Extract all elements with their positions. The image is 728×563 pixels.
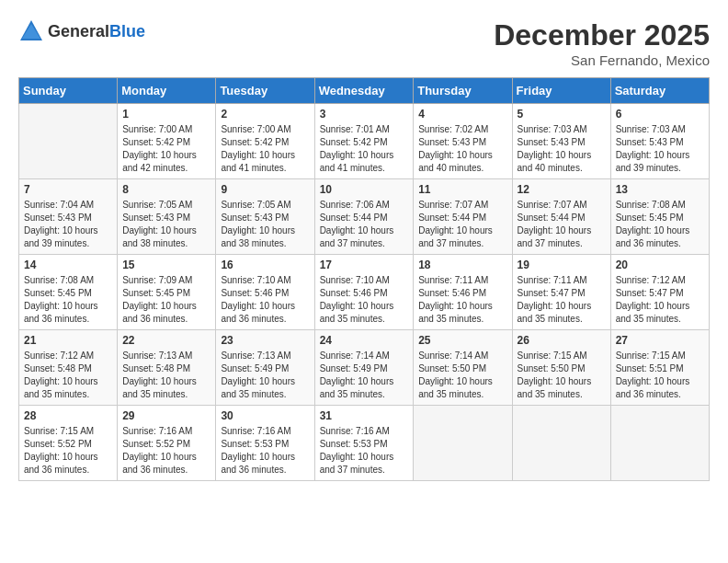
day-detail: Sunrise: 7:08 AMSunset: 5:45 PMDaylight:… — [616, 199, 704, 250]
day-detail: Sunrise: 7:04 AMSunset: 5:43 PMDaylight:… — [24, 199, 112, 250]
day-number: 1 — [122, 108, 210, 121]
calendar-cell: 22Sunrise: 7:13 AMSunset: 5:48 PMDayligh… — [118, 330, 216, 406]
day-number: 2 — [221, 108, 309, 121]
location: San Fernando, Mexico — [494, 52, 710, 68]
day-detail: Sunrise: 7:10 AMSunset: 5:46 PMDaylight:… — [221, 274, 309, 326]
calendar-cell: 16Sunrise: 7:10 AMSunset: 5:46 PMDayligh… — [216, 255, 314, 330]
weekday-header-friday: Friday — [512, 78, 610, 104]
calendar-cell: 13Sunrise: 7:08 AMSunset: 5:45 PMDayligh… — [610, 179, 709, 255]
calendar-cell: 25Sunrise: 7:14 AMSunset: 5:50 PMDayligh… — [414, 330, 512, 406]
day-number: 4 — [418, 108, 506, 121]
day-number: 27 — [616, 334, 704, 347]
day-detail: Sunrise: 7:03 AMSunset: 5:43 PMDaylight:… — [616, 123, 704, 175]
month-title: December 2025 — [494, 18, 710, 52]
day-detail: Sunrise: 7:08 AMSunset: 5:45 PMDaylight:… — [24, 274, 112, 326]
day-number: 3 — [320, 108, 409, 121]
calendar-cell: 20Sunrise: 7:12 AMSunset: 5:47 PMDayligh… — [610, 255, 709, 330]
day-detail: Sunrise: 7:12 AMSunset: 5:48 PMDaylight:… — [24, 350, 112, 401]
day-detail: Sunrise: 7:07 AMSunset: 5:44 PMDaylight:… — [518, 199, 606, 250]
day-number: 24 — [320, 334, 409, 347]
day-number: 21 — [24, 334, 112, 347]
calendar-cell: 5Sunrise: 7:03 AMSunset: 5:43 PMDaylight… — [512, 104, 610, 179]
day-detail: Sunrise: 7:13 AMSunset: 5:48 PMDaylight:… — [122, 350, 210, 401]
weekday-header-sunday: Sunday — [19, 78, 118, 104]
calendar-cell: 2Sunrise: 7:00 AMSunset: 5:42 PMDaylight… — [216, 104, 314, 179]
weekday-header-monday: Monday — [118, 78, 216, 104]
calendar-cell: 14Sunrise: 7:08 AMSunset: 5:45 PMDayligh… — [19, 255, 118, 330]
logo-general: General — [48, 22, 109, 40]
calendar-cell — [414, 406, 512, 481]
day-number: 13 — [616, 183, 704, 196]
calendar-cell — [19, 104, 118, 179]
calendar-cell: 29Sunrise: 7:16 AMSunset: 5:52 PMDayligh… — [118, 406, 216, 481]
day-detail: Sunrise: 7:07 AMSunset: 5:44 PMDaylight:… — [418, 199, 506, 250]
calendar-cell: 31Sunrise: 7:16 AMSunset: 5:53 PMDayligh… — [314, 406, 414, 481]
day-number: 5 — [518, 108, 606, 121]
day-detail: Sunrise: 7:15 AMSunset: 5:50 PMDaylight:… — [518, 350, 606, 401]
day-detail: Sunrise: 7:10 AMSunset: 5:46 PMDaylight:… — [320, 274, 409, 326]
day-number: 10 — [320, 183, 409, 196]
day-detail: Sunrise: 7:12 AMSunset: 5:47 PMDaylight:… — [616, 274, 704, 326]
calendar-cell: 10Sunrise: 7:06 AMSunset: 5:44 PMDayligh… — [314, 179, 414, 255]
day-number: 25 — [418, 334, 506, 347]
day-detail: Sunrise: 7:05 AMSunset: 5:43 PMDaylight:… — [122, 199, 210, 250]
weekday-header-wednesday: Wednesday — [314, 78, 414, 104]
title-area: December 2025 San Fernando, Mexico — [494, 18, 710, 68]
day-detail: Sunrise: 7:16 AMSunset: 5:52 PMDaylight:… — [122, 425, 210, 477]
calendar-cell: 30Sunrise: 7:16 AMSunset: 5:53 PMDayligh… — [216, 406, 314, 481]
day-number: 12 — [518, 183, 606, 196]
day-number: 23 — [221, 334, 309, 347]
calendar-cell: 1Sunrise: 7:00 AMSunset: 5:42 PMDaylight… — [118, 104, 216, 179]
day-number: 17 — [320, 259, 409, 271]
calendar-cell: 18Sunrise: 7:11 AMSunset: 5:46 PMDayligh… — [414, 255, 512, 330]
calendar-header-row: SundayMondayTuesdayWednesdayThursdayFrid… — [19, 78, 710, 104]
page-header: GeneralBlue December 2025 San Fernando, … — [18, 18, 710, 68]
calendar-cell: 23Sunrise: 7:13 AMSunset: 5:49 PMDayligh… — [216, 330, 314, 406]
calendar-cell: 4Sunrise: 7:02 AMSunset: 5:43 PMDaylight… — [414, 104, 512, 179]
logo-blue: Blue — [109, 22, 145, 40]
day-detail: Sunrise: 7:16 AMSunset: 5:53 PMDaylight:… — [320, 425, 409, 477]
calendar-cell: 24Sunrise: 7:14 AMSunset: 5:49 PMDayligh… — [314, 330, 414, 406]
calendar-cell: 12Sunrise: 7:07 AMSunset: 5:44 PMDayligh… — [512, 179, 610, 255]
calendar-cell: 9Sunrise: 7:05 AMSunset: 5:43 PMDaylight… — [216, 179, 314, 255]
day-detail: Sunrise: 7:15 AMSunset: 5:51 PMDaylight:… — [616, 350, 704, 401]
day-detail: Sunrise: 7:11 AMSunset: 5:47 PMDaylight:… — [518, 274, 606, 326]
day-number: 19 — [518, 259, 606, 271]
calendar-cell — [610, 406, 709, 481]
calendar-cell: 26Sunrise: 7:15 AMSunset: 5:50 PMDayligh… — [512, 330, 610, 406]
calendar-cell — [512, 406, 610, 481]
day-detail: Sunrise: 7:00 AMSunset: 5:42 PMDaylight:… — [122, 123, 210, 175]
calendar-cell: 27Sunrise: 7:15 AMSunset: 5:51 PMDayligh… — [610, 330, 709, 406]
calendar-cell: 7Sunrise: 7:04 AMSunset: 5:43 PMDaylight… — [19, 179, 118, 255]
calendar-cell: 15Sunrise: 7:09 AMSunset: 5:45 PMDayligh… — [118, 255, 216, 330]
calendar-cell: 19Sunrise: 7:11 AMSunset: 5:47 PMDayligh… — [512, 255, 610, 330]
calendar: SundayMondayTuesdayWednesdayThursdayFrid… — [18, 77, 710, 481]
day-number: 6 — [616, 108, 704, 121]
day-number: 9 — [221, 183, 309, 196]
day-detail: Sunrise: 7:14 AMSunset: 5:49 PMDaylight:… — [320, 350, 409, 401]
day-number: 18 — [418, 259, 506, 271]
logo: GeneralBlue — [18, 18, 145, 44]
calendar-week-row: 7Sunrise: 7:04 AMSunset: 5:43 PMDaylight… — [19, 179, 710, 255]
logo-icon — [18, 18, 44, 44]
calendar-cell: 3Sunrise: 7:01 AMSunset: 5:42 PMDaylight… — [314, 104, 414, 179]
calendar-week-row: 14Sunrise: 7:08 AMSunset: 5:45 PMDayligh… — [19, 255, 710, 330]
day-detail: Sunrise: 7:00 AMSunset: 5:42 PMDaylight:… — [221, 123, 309, 175]
weekday-header-saturday: Saturday — [610, 78, 709, 104]
calendar-week-row: 28Sunrise: 7:15 AMSunset: 5:52 PMDayligh… — [19, 406, 710, 481]
weekday-header-thursday: Thursday — [414, 78, 512, 104]
day-detail: Sunrise: 7:01 AMSunset: 5:42 PMDaylight:… — [320, 123, 409, 175]
day-number: 22 — [122, 334, 210, 347]
day-detail: Sunrise: 7:14 AMSunset: 5:50 PMDaylight:… — [418, 350, 506, 401]
svg-marker-1 — [22, 24, 40, 39]
day-detail: Sunrise: 7:06 AMSunset: 5:44 PMDaylight:… — [320, 199, 409, 250]
day-detail: Sunrise: 7:03 AMSunset: 5:43 PMDaylight:… — [518, 123, 606, 175]
day-number: 26 — [518, 334, 606, 347]
calendar-week-row: 21Sunrise: 7:12 AMSunset: 5:48 PMDayligh… — [19, 330, 710, 406]
day-number: 8 — [122, 183, 210, 196]
day-detail: Sunrise: 7:15 AMSunset: 5:52 PMDaylight:… — [24, 425, 112, 477]
day-number: 28 — [24, 409, 112, 422]
day-number: 29 — [122, 409, 210, 422]
day-number: 31 — [320, 409, 409, 422]
calendar-cell: 28Sunrise: 7:15 AMSunset: 5:52 PMDayligh… — [19, 406, 118, 481]
